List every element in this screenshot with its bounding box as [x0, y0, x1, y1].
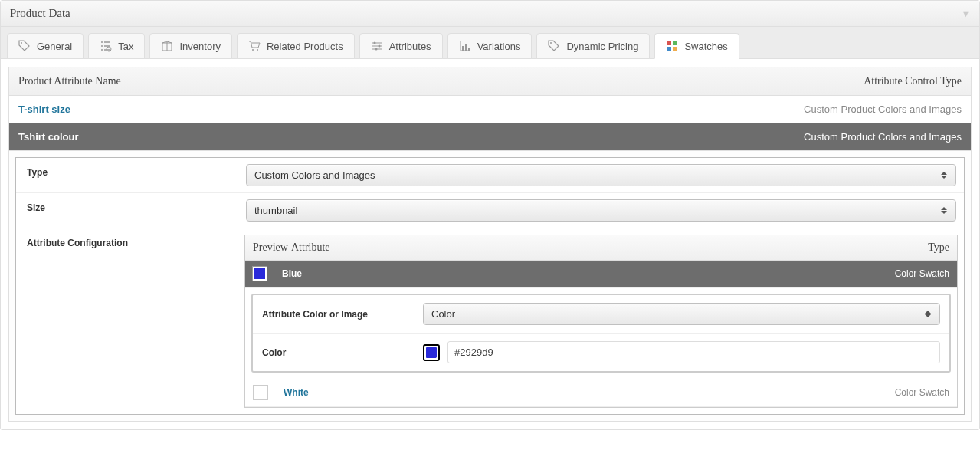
svg-point-1	[107, 47, 111, 51]
svg-point-7	[375, 48, 377, 51]
tab-swatches[interactable]: Swatches	[654, 33, 739, 59]
field-size: Size thumbnail	[16, 193, 964, 228]
box-icon	[161, 40, 173, 52]
tab-tax[interactable]: Tax	[88, 33, 145, 59]
swatch-preview	[253, 267, 267, 281]
panel-title: Product Data	[10, 7, 70, 20]
swatch-type: Color Swatch	[857, 268, 949, 279]
select-value: thumbnail	[254, 205, 297, 216]
tab-label: Attributes	[389, 41, 431, 52]
select-value: Color	[431, 308, 455, 320]
swatch-detail-panel: Attribute Color or Image Color	[251, 294, 951, 373]
tab-label: Inventory	[179, 41, 220, 52]
swatch-label: Blue	[267, 268, 857, 279]
tab-label: Tax	[118, 41, 133, 52]
mode-select[interactable]: Color	[423, 303, 940, 325]
field-control-type: Custom Colors and Images	[238, 158, 964, 192]
detail-mode-row: Attribute Color or Image Color	[253, 295, 949, 333]
swatch-label: White	[268, 387, 857, 398]
field-type: Type Custom Colors and Images	[16, 158, 964, 193]
collapse-icon[interactable]: ▼	[962, 9, 970, 18]
swatch-row-blue[interactable]: Blue Color Swatch	[245, 261, 957, 288]
tab-attributes[interactable]: Attributes	[359, 33, 443, 59]
detail-color-control	[423, 341, 940, 363]
swatches-icon	[666, 40, 678, 52]
svg-rect-13	[673, 41, 677, 45]
svg-rect-15	[673, 47, 677, 51]
svg-point-0	[21, 42, 22, 44]
svg-point-6	[378, 45, 380, 48]
svg-point-5	[373, 42, 375, 44]
attribute-row-tshirt-size[interactable]: T-shirt size Custom Product Colors and I…	[8, 96, 972, 123]
detail-color-row: Color	[253, 333, 949, 371]
product-data-panel: Product Data ▼ General Tax Inventory Rel…	[0, 0, 980, 430]
field-control-size: thumbnail	[238, 193, 964, 228]
col-type: Type	[857, 242, 949, 254]
col-preview: Preview	[253, 242, 291, 254]
tab-label: General	[37, 41, 72, 52]
panel-header: Product Data ▼	[1, 1, 979, 27]
svg-point-4	[257, 49, 258, 51]
tab-label: Swatches	[684, 41, 727, 52]
select-caret-icon	[923, 309, 933, 320]
config-box: Type Custom Colors and Images Size thumb…	[15, 157, 965, 415]
svg-rect-14	[667, 47, 671, 51]
tabs: General Tax Inventory Related Products A…	[7, 33, 973, 58]
color-picker[interactable]	[423, 344, 440, 361]
chart-icon	[459, 40, 471, 52]
svg-point-3	[252, 49, 254, 51]
field-label-size: Size	[16, 193, 238, 228]
swatch-preview	[253, 385, 268, 400]
detail-mode-label: Attribute Color or Image	[262, 309, 423, 320]
field-attribute-configuration: Attribute Configuration Preview Attribut…	[16, 228, 964, 414]
tab-label: Related Products	[267, 41, 343, 52]
tab-content: Product Attribute Name Attribute Control…	[1, 59, 979, 429]
attribute-config-panel: Preview Attribute Type Blue Color Swatch	[244, 235, 958, 408]
price-tag-icon	[548, 40, 560, 52]
swatch-type: Color Swatch	[857, 387, 949, 398]
detail-mode-control: Color	[423, 303, 940, 325]
type-select[interactable]: Custom Colors and Images	[246, 164, 956, 186]
svg-rect-12	[667, 41, 671, 45]
tab-variations[interactable]: Variations	[447, 33, 533, 59]
color-hex-input[interactable]	[447, 341, 940, 363]
sliders-icon	[371, 40, 383, 52]
list-icon	[100, 40, 112, 52]
attribute-table-header: Product Attribute Name Attribute Control…	[8, 67, 972, 96]
cart-icon	[248, 40, 261, 52]
field-label-type: Type	[16, 158, 238, 192]
detail-color-label: Color	[262, 347, 423, 358]
tag-icon	[18, 40, 31, 52]
select-caret-icon	[939, 170, 949, 181]
field-control-config: Preview Attribute Type Blue Color Swatch	[238, 228, 964, 414]
tabs-container: General Tax Inventory Related Products A…	[1, 27, 979, 59]
attribute-name: Tshirt colour	[18, 131, 78, 143]
svg-rect-9	[465, 44, 467, 51]
header-type: Attribute Control Type	[864, 75, 962, 87]
attribute-type: Custom Product Colors and Images	[804, 131, 962, 143]
svg-rect-8	[462, 46, 464, 51]
attribute-config-area: Type Custom Colors and Images Size thumb…	[8, 151, 972, 422]
attribute-type: Custom Product Colors and Images	[804, 104, 962, 115]
attribute-name: T-shirt size	[18, 104, 70, 115]
tab-inventory[interactable]: Inventory	[149, 33, 231, 59]
select-caret-icon	[939, 205, 949, 216]
swatch-row-white[interactable]: White Color Swatch	[245, 379, 957, 407]
svg-rect-10	[468, 48, 470, 51]
tab-general[interactable]: General	[7, 33, 84, 59]
col-attribute: Attribute	[291, 242, 857, 254]
color-picker-corner-icon	[434, 356, 438, 360]
svg-point-11	[550, 42, 552, 44]
select-value: Custom Colors and Images	[254, 169, 375, 181]
tab-label: Dynamic Pricing	[566, 41, 638, 52]
inner-table-header: Preview Attribute Type	[245, 235, 957, 261]
tab-dynamic-pricing[interactable]: Dynamic Pricing	[536, 33, 650, 59]
tab-label: Variations	[477, 41, 521, 52]
tab-related-products[interactable]: Related Products	[237, 33, 355, 59]
field-label-config: Attribute Configuration	[16, 228, 238, 414]
header-name: Product Attribute Name	[18, 75, 121, 87]
attribute-row-tshirt-colour[interactable]: Tshirt colour Custom Product Colors and …	[8, 123, 972, 151]
size-select[interactable]: thumbnail	[246, 199, 956, 222]
